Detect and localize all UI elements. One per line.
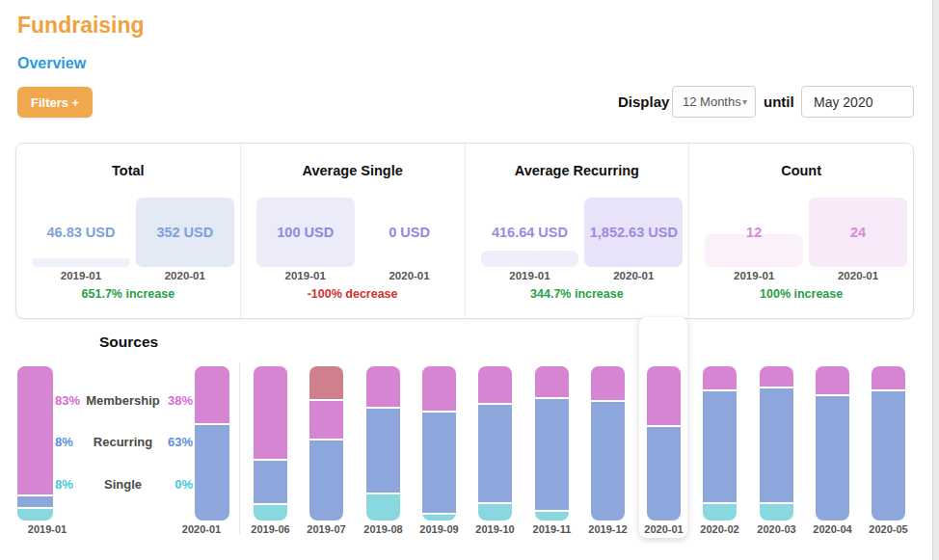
bar-segment-recurring[interactable] xyxy=(535,397,569,510)
bar-segment-single[interactable] xyxy=(366,493,400,520)
bar-segment-recurring[interactable] xyxy=(478,403,512,501)
sources-title: Sources xyxy=(99,333,158,351)
bar-label: 2019-08 xyxy=(353,523,415,535)
bar-segment-single[interactable] xyxy=(703,502,737,520)
source-bar[interactable] xyxy=(591,366,625,520)
metric-value: 1,852.63 USD xyxy=(577,225,690,240)
page-subtitle: Overview xyxy=(17,55,86,72)
source-bar[interactable] xyxy=(17,366,53,520)
bar-segment-membership[interactable] xyxy=(309,399,343,440)
bar-segment-recurring[interactable] xyxy=(17,494,53,507)
bar-segment-membership[interactable] xyxy=(195,366,229,423)
metric-date: 2020-01 xyxy=(584,270,683,281)
series-divider xyxy=(239,362,240,534)
metric-column: 12 xyxy=(705,198,803,267)
source-bar[interactable] xyxy=(703,366,737,520)
bar-segment-recurring[interactable] xyxy=(309,439,343,520)
bar-segment-membership[interactable] xyxy=(17,366,53,494)
bar-segment-membership[interactable] xyxy=(647,366,681,425)
period-select[interactable]: 12 Months ▾ xyxy=(672,86,756,118)
metric-dates: 2019-012020-01 xyxy=(481,270,684,281)
page-title: Fundraising xyxy=(17,13,145,39)
source-bar[interactable] xyxy=(195,366,229,520)
bar-segment-recurring[interactable] xyxy=(591,400,625,520)
metric-date: 2019-01 xyxy=(32,270,130,281)
metric-title: Average Recurring xyxy=(466,163,689,178)
bar-label: 2020-01 xyxy=(633,523,695,535)
source-bar[interactable] xyxy=(816,366,849,520)
bar-segment-membership[interactable] xyxy=(254,366,287,459)
bar-segment-recurring[interactable] xyxy=(422,411,456,513)
bar-label: 2019-01 xyxy=(16,523,78,535)
metric-value: 352 USD xyxy=(128,225,242,240)
metric-columns: 1224 xyxy=(705,198,907,267)
source-bar[interactable] xyxy=(478,366,512,520)
bar-segment-single[interactable] xyxy=(760,502,793,520)
bar-label: 2019-11 xyxy=(522,523,583,535)
metric-value: 24 xyxy=(801,225,915,240)
metric-date: 2020-01 xyxy=(809,270,907,281)
bar-segment-membership[interactable] xyxy=(366,366,400,407)
source-bar[interactable] xyxy=(422,366,456,520)
source-bar[interactable] xyxy=(366,366,400,520)
metric-dates: 2019-012020-01 xyxy=(32,270,234,281)
bar-segment-membership[interactable] xyxy=(535,366,569,397)
source-pct-right: 38% xyxy=(162,394,193,408)
bar-segment-recurring[interactable] xyxy=(760,387,793,502)
bar-label: 2019-07 xyxy=(296,523,358,535)
source-bar[interactable] xyxy=(535,366,569,520)
bar-segment-recurring[interactable] xyxy=(703,389,737,502)
source-pct-left: 8% xyxy=(55,478,73,492)
metric-column: 46.83 USD xyxy=(32,198,130,267)
metric-column: 100 USD xyxy=(256,198,355,267)
filters-button[interactable]: Filters + xyxy=(17,87,93,118)
metric-change: 344.7% increase xyxy=(466,287,689,301)
metric-box xyxy=(32,258,130,267)
bar-segment-membership[interactable] xyxy=(816,366,849,394)
summary-cards: Total46.83 USD352 USD2019-012020-01651.7… xyxy=(15,143,914,319)
bar-segment-membership[interactable] xyxy=(591,366,625,400)
metric-column: 416.64 USD xyxy=(481,198,579,267)
source-bar[interactable] xyxy=(872,366,905,520)
metric-value: 12 xyxy=(697,225,811,240)
source-bar[interactable] xyxy=(647,366,681,520)
bar-segment-single[interactable] xyxy=(254,503,287,520)
source-pct-left: 8% xyxy=(55,436,73,449)
bar-label: 2019-12 xyxy=(577,523,639,535)
bar-segment-single[interactable] xyxy=(478,502,512,520)
bar-segment-single[interactable] xyxy=(422,513,456,520)
bar-segment-recurring[interactable] xyxy=(647,425,681,520)
bar-segment-membership[interactable] xyxy=(760,366,793,387)
until-date-input[interactable] xyxy=(801,86,914,118)
bar-segment-recurring[interactable] xyxy=(816,394,849,520)
legend-label-membership: Membership xyxy=(82,394,164,408)
bar-label: 2020-01 xyxy=(171,523,232,535)
bar-segment-recurring[interactable] xyxy=(195,423,229,520)
metric-date: 2019-01 xyxy=(705,270,803,281)
metric-date: 2019-01 xyxy=(256,270,355,281)
source-bar[interactable] xyxy=(254,366,287,520)
metric-date: 2020-01 xyxy=(136,270,234,281)
bar-segment-single[interactable] xyxy=(17,507,53,520)
metric-columns: 416.64 USD1,852.63 USD xyxy=(481,198,684,267)
metric-column: 0 USD xyxy=(361,198,459,267)
bar-segment-single[interactable] xyxy=(535,510,569,520)
bar-segment-membership[interactable] xyxy=(703,366,737,389)
bar-segment-membership[interactable] xyxy=(422,366,456,411)
metric-dates: 2019-012020-01 xyxy=(256,270,459,281)
bar-segment-recurring[interactable] xyxy=(366,407,400,493)
metric-column: 24 xyxy=(809,198,907,267)
bar-segment-recurring[interactable] xyxy=(872,389,905,520)
metric-column: 1,852.63 USD xyxy=(584,198,683,267)
bar-segment-recurring[interactable] xyxy=(254,459,287,503)
source-bar[interactable] xyxy=(309,366,343,520)
bar-segment-membership[interactable] xyxy=(478,366,512,403)
metric-value: 46.83 USD xyxy=(24,225,138,240)
metric-card: Count12242019-012020-01100% increase xyxy=(688,144,913,318)
bar-segment-membership[interactable] xyxy=(872,366,905,389)
bar-label: 2019-10 xyxy=(465,523,526,535)
bar-segment-other[interactable] xyxy=(309,366,343,399)
metric-column: 352 USD xyxy=(136,198,234,267)
source-bar[interactable] xyxy=(760,366,793,520)
scrollbar[interactable] xyxy=(932,0,939,560)
